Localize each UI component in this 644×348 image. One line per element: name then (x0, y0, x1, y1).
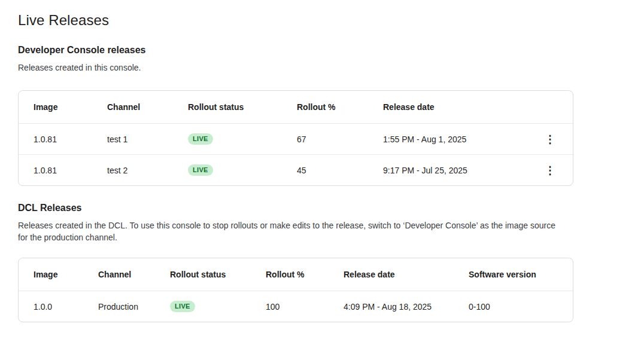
dcl-section-heading: DCL Releases (18, 203, 644, 213)
cell-image: 1.0.81 (34, 135, 107, 144)
cell-image: 1.0.0 (34, 302, 98, 312)
live-status-badge: LIVE (170, 301, 195, 312)
column-header-software-version: Software version (469, 270, 558, 279)
column-header-channel: Channel (107, 102, 188, 112)
kebab-menu-icon: ⋮ (545, 164, 555, 176)
live-releases-page: Live Releases Developer Console releases… (0, 0, 644, 348)
cell-software-version: 0-100 (469, 302, 558, 312)
live-status-badge: LIVE (188, 164, 213, 176)
table-header-row: Image Channel Rollout status Rollout % R… (19, 91, 573, 123)
cell-actions: ⋮ (534, 131, 558, 148)
cell-rollout-status: LIVE (170, 301, 266, 312)
cell-actions: ⋮ (534, 162, 558, 179)
cell-release-date: 1:55 PM - Aug 1, 2025 (383, 135, 534, 144)
cell-rollout-pct: 67 (297, 135, 383, 144)
cell-channel: Production (98, 302, 170, 312)
column-header-rollout-status: Rollout status (170, 270, 266, 279)
column-header-image: Image (34, 270, 98, 279)
dcl-releases-table: Image Channel Rollout status Rollout % R… (18, 258, 573, 322)
column-header-release-date: Release date (344, 270, 469, 279)
developer-console-releases-section: Developer Console releases Releases crea… (18, 45, 644, 186)
live-status-badge: LIVE (188, 133, 213, 145)
cell-release-date: 9:17 PM - Jul 25, 2025 (383, 166, 534, 175)
row-actions-button[interactable]: ⋮ (542, 162, 558, 179)
cell-rollout-status: LIVE (188, 164, 297, 176)
developer-console-section-description: Releases created in this console. (18, 62, 567, 74)
table-row: 1.0.0 Production LIVE 100 4:09 PM - Aug … (19, 291, 573, 322)
cell-rollout-pct: 100 (266, 302, 344, 312)
developer-console-releases-table: Image Channel Rollout status Rollout % R… (18, 90, 573, 186)
dcl-releases-section: DCL Releases Releases created in the DCL… (18, 203, 644, 322)
cell-release-date: 4:09 PM - Aug 18, 2025 (344, 302, 469, 312)
column-header-release-date: Release date (383, 102, 534, 112)
table-row: 1.0.81 test 1 LIVE 67 1:55 PM - Aug 1, 2… (19, 123, 573, 154)
column-header-rollout-status: Rollout status (188, 102, 297, 112)
cell-channel: test 1 (107, 135, 188, 144)
column-header-image: Image (34, 102, 107, 112)
table-header-row: Image Channel Rollout status Rollout % R… (19, 258, 573, 291)
cell-channel: test 2 (107, 166, 188, 175)
column-header-rollout-pct: Rollout % (266, 270, 344, 279)
dcl-section-description: Releases created in the DCL. To use this… (18, 219, 567, 243)
cell-rollout-pct: 45 (297, 166, 383, 175)
column-header-channel: Channel (98, 270, 170, 279)
developer-console-section-heading: Developer Console releases (18, 45, 644, 56)
page-title: Live Releases (18, 12, 644, 29)
cell-image: 1.0.81 (34, 166, 107, 175)
table-row: 1.0.81 test 2 LIVE 45 9:17 PM - Jul 25, … (19, 154, 573, 185)
row-actions-button[interactable]: ⋮ (542, 131, 558, 148)
column-header-rollout-pct: Rollout % (297, 102, 383, 112)
kebab-menu-icon: ⋮ (545, 133, 555, 145)
cell-rollout-status: LIVE (188, 133, 297, 145)
